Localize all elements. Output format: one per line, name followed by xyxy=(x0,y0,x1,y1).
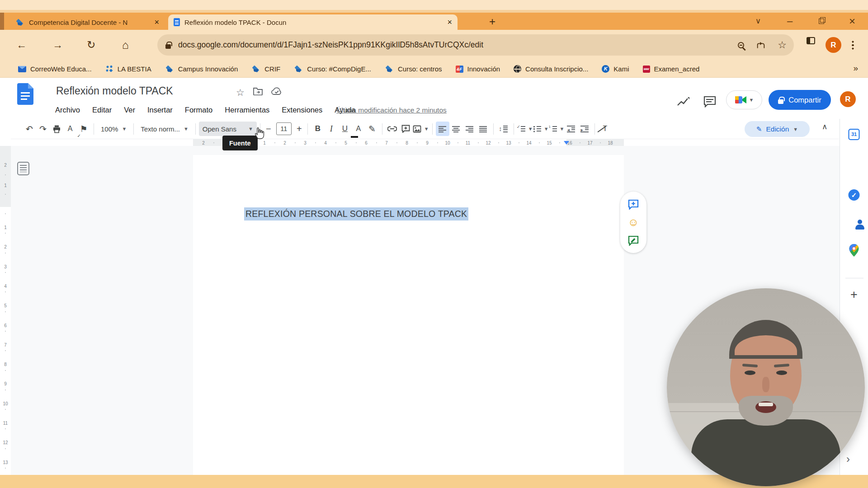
emoji-reaction-icon[interactable]: ☺ xyxy=(628,217,639,228)
bookmark-item[interactable]: Examen_acred xyxy=(643,65,700,73)
font-size-value[interactable]: 11 xyxy=(276,122,292,135)
google-tasks-icon[interactable] xyxy=(849,189,860,201)
star-document-icon[interactable]: ☆ xyxy=(236,87,245,98)
join-meet-button[interactable]: ▼ xyxy=(726,90,762,109)
minimize-button[interactable]: – xyxy=(779,13,800,30)
bookmark-item[interactable]: CorreoWeb Educa... xyxy=(18,65,92,73)
menu-item[interactable]: Formato xyxy=(185,106,212,114)
tab-close-icon[interactable]: × xyxy=(447,18,452,27)
address-bar[interactable]: docs.google.com/document/d/1FJajn1-szNei… xyxy=(157,34,794,56)
forward-icon[interactable]: → xyxy=(52,38,63,52)
insert-image-icon[interactable]: ▼ xyxy=(413,122,429,136)
bookmark-item[interactable]: Campus Innovación xyxy=(165,65,238,73)
increase-indent-button[interactable] xyxy=(578,122,591,136)
mode-label: Edición xyxy=(766,125,789,133)
bookmark-item[interactable]: Curso: #CompDigE... xyxy=(294,65,371,73)
menu-item[interactable]: Herramientas xyxy=(225,106,269,114)
ruler-number: 5 xyxy=(344,140,347,145)
text-color-button[interactable]: A xyxy=(352,122,365,136)
last-modified-link[interactable]: Última modificación hace 2 minutos xyxy=(336,106,447,114)
right-indent-marker[interactable] xyxy=(564,141,569,145)
underline-button[interactable]: U xyxy=(338,122,352,136)
move-folder-icon[interactable] xyxy=(253,87,263,95)
menu-item[interactable]: Ver xyxy=(124,106,135,114)
comment-history-icon[interactable] xyxy=(703,96,716,108)
tab-search-chevron-icon[interactable]: ∨ xyxy=(748,13,769,30)
google-calendar-icon[interactable] xyxy=(849,129,860,140)
bookmarks-overflow-chevron[interactable]: » xyxy=(853,63,858,73)
home-icon[interactable]: ⌂ xyxy=(122,38,129,52)
bookmark-item[interactable]: LA BESTIA xyxy=(105,65,151,73)
profile-avatar[interactable]: R xyxy=(826,37,841,53)
selected-heading-text[interactable]: REFLEXIÓN PERSONAL SOBRE EL MODELO TPACK xyxy=(244,207,468,221)
clear-formatting-button[interactable]: T xyxy=(598,122,612,136)
suggest-edits-icon[interactable] xyxy=(628,235,639,246)
side-panel-icon[interactable] xyxy=(807,37,815,44)
bold-button[interactable]: B xyxy=(311,122,325,136)
numbered-list-button[interactable]: ▼ xyxy=(549,122,565,136)
google-docs-icon[interactable] xyxy=(17,83,33,105)
insert-link-icon[interactable] xyxy=(386,122,399,136)
editing-mode-dropdown[interactable]: ✎ Edición ▼ xyxy=(745,121,810,137)
align-right-button[interactable] xyxy=(463,122,476,136)
print-icon[interactable] xyxy=(50,122,63,136)
document-title[interactable]: Reflexión modelo TPACK xyxy=(56,85,173,97)
back-icon[interactable]: ← xyxy=(16,38,27,52)
zoom-out-icon[interactable] xyxy=(738,42,744,48)
undo-icon[interactable]: ↶ xyxy=(23,122,36,136)
google-docs-favicon xyxy=(174,18,180,26)
checklist-button[interactable]: ▼ xyxy=(517,122,533,136)
document-page[interactable]: REFLEXIÓN PERSONAL SOBRE EL MODELO TPACK xyxy=(193,155,624,475)
vertical-ruler[interactable]: 2112345678910111213 xyxy=(0,146,11,475)
align-left-button[interactable] xyxy=(436,122,449,136)
bookmark-label: LA BESTIA xyxy=(118,65,151,73)
bookmark-item[interactable]: Consulta Inscripcio... xyxy=(514,65,588,73)
ruler-number: 3 xyxy=(4,264,7,269)
align-center-button[interactable] xyxy=(449,122,463,136)
mouse-cursor-hand xyxy=(253,127,266,141)
reload-icon[interactable]: ↻ xyxy=(87,38,95,52)
document-outline-icon[interactable] xyxy=(17,162,29,175)
account-avatar[interactable]: R xyxy=(840,91,856,107)
font-dropdown[interactable]: Open Sans ▼ xyxy=(199,122,257,136)
redo-icon[interactable]: ↷ xyxy=(36,122,50,136)
add-comment-margin-icon[interactable] xyxy=(628,199,639,210)
tab-close-icon[interactable]: × xyxy=(154,18,159,27)
bookmark-item[interactable]: Curso: centros xyxy=(385,65,442,73)
paragraph-style-dropdown[interactable]: Texto norm... ▼ xyxy=(137,122,192,136)
bookmark-item[interactable]: Kami xyxy=(602,65,629,73)
get-addons-button[interactable]: + xyxy=(850,288,858,302)
italic-button[interactable]: I xyxy=(325,122,338,136)
cloud-saved-icon[interactable] xyxy=(271,87,282,95)
menu-item[interactable]: Extensiones xyxy=(282,106,322,114)
url-text[interactable]: docs.google.com/document/d/1FJajn1-szNei… xyxy=(178,40,483,50)
document-activity-icon[interactable] xyxy=(676,96,690,108)
bookmark-item[interactable]: Innovación xyxy=(456,65,500,73)
zoom-dropdown[interactable]: 100% ▼ xyxy=(97,122,130,136)
bookmark-label: Examen_acred xyxy=(654,65,700,73)
decrease-indent-button[interactable] xyxy=(564,122,578,136)
bulleted-list-button[interactable]: ▼ xyxy=(533,122,549,136)
spellcheck-icon[interactable]: A xyxy=(63,122,77,136)
bookmark-item[interactable]: CRIF xyxy=(251,65,280,73)
menu-item[interactable]: Insertar xyxy=(147,106,173,114)
share-button[interactable]: Compartir xyxy=(769,90,831,110)
new-tab-button[interactable]: + xyxy=(485,14,500,30)
close-button[interactable]: × xyxy=(842,13,863,30)
ruler-number: 10 xyxy=(445,140,450,145)
browser-menu-icon[interactable] xyxy=(852,41,854,50)
hide-menus-chevron[interactable]: ∧ xyxy=(822,122,827,131)
highlight-color-icon[interactable]: ✎ xyxy=(365,122,379,136)
increase-font-size-button[interactable]: + xyxy=(294,122,304,136)
menu-item[interactable]: Editar xyxy=(92,106,112,114)
add-comment-icon[interactable] xyxy=(399,122,413,136)
tab-reflexion-tpack[interactable]: Reflexión modelo TPACK - Docun × xyxy=(168,14,458,30)
google-maps-icon[interactable] xyxy=(849,244,859,257)
tab-competencia-digital[interactable]: Competencia Digital Docente - N × xyxy=(10,14,165,30)
collapse-panel-chevron[interactable]: › xyxy=(846,453,850,465)
align-justify-button[interactable] xyxy=(476,122,490,136)
menu-item[interactable]: Archivo xyxy=(55,106,80,114)
line-spacing-icon[interactable] xyxy=(497,122,510,136)
bookmark-star-icon[interactable]: ☆ xyxy=(778,39,787,51)
share-page-icon[interactable] xyxy=(756,40,766,50)
